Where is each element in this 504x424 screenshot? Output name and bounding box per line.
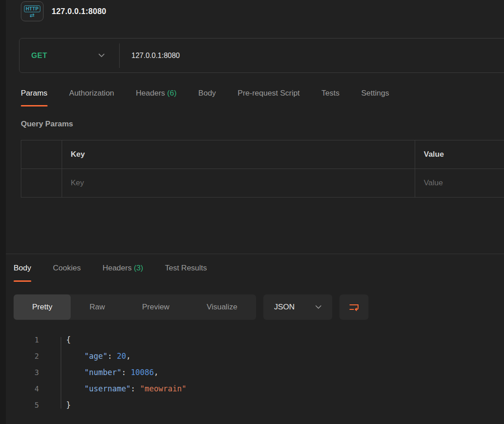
code-token: "username" [84,384,131,393]
tab-settings[interactable]: Settings [361,86,389,106]
tab-tests[interactable]: Tests [321,86,339,106]
response-tab-cookies[interactable]: Cookies [53,261,81,282]
code-token: : [107,352,116,361]
format-dropdown[interactable]: JSON [263,294,332,320]
tab-params-label: Params [21,89,48,97]
chevron-down-icon [98,53,105,58]
view-raw-button[interactable]: Raw [71,294,123,320]
request-tabs: Params Authorization Headers (6) Body Pr… [21,86,389,106]
code-token: , [126,352,131,361]
code-token: , [154,368,159,377]
line-number: 4 [14,385,39,393]
line-number: 2 [14,352,39,361]
param-value-cell [415,169,504,198]
tab-settings-label: Settings [361,89,389,97]
tab-params[interactable]: Params [21,86,48,106]
tab-headers-label: Headers [136,89,165,97]
response-tab-body[interactable]: Body [14,261,31,282]
code-line: 2 "age": 20, [14,348,494,364]
view-mode-segmented-control: Pretty Raw Preview Visualize [14,294,256,320]
code-line: 3 "number": 10086, [14,364,494,381]
response-tab-body-label: Body [14,264,31,272]
format-dropdown-label: JSON [274,303,295,312]
code-line: 5 } [14,397,494,413]
param-key-input[interactable] [71,178,415,188]
tab-pre-request-script[interactable]: Pre-request Script [237,86,300,106]
tab-authorization[interactable]: Authorization [69,86,114,106]
code-line: 1 { [14,332,494,348]
response-tabs: Body Cookies Headers (3) Test Results [14,261,207,282]
code-token: } [66,400,71,410]
chevron-down-icon [315,305,321,309]
column-header-key: Key [62,140,415,169]
code-token: : [131,384,140,393]
view-pretty-button[interactable]: Pretty [14,294,71,320]
tab-authorization-label: Authorization [69,89,114,97]
code-token: : [121,368,131,377]
line-number: 3 [14,368,39,377]
query-params-table: Key Value [21,140,504,198]
app-window: HTTP ⇄ 127.0.0.1:8080 GET Params Authori… [0,0,504,424]
code-token: "number" [84,368,121,377]
method-dropdown[interactable]: GET [19,39,119,72]
param-key-cell [62,169,415,198]
tab-pre-request-script-label: Pre-request Script [237,89,300,97]
beautify-button[interactable] [339,294,368,320]
response-body-code: 1 { 2 "age": 20, 3 "number": 10086, 4 "u… [14,332,494,413]
view-preview-button[interactable]: Preview [123,294,188,320]
response-tab-test-results[interactable]: Test Results [165,261,207,282]
code-token: 10086 [131,368,154,377]
request-header: HTTP ⇄ 127.0.0.1:8080 [21,0,107,23]
http-badge-label: HTTP [24,5,41,12]
line-number: 5 [14,401,39,410]
tab-tests-label: Tests [321,89,339,97]
param-row-select-cell [21,169,62,198]
beautify-icon [349,303,359,312]
code-token: 20 [117,352,126,361]
line-number: 1 [14,336,39,344]
http-request-icon: HTTP ⇄ [21,1,44,21]
query-params-title: Query Params [21,120,73,129]
request-title: 127.0.0.1:8080 [52,7,107,16]
response-headers-count-badge: (3) [134,264,143,272]
left-edge-panel [0,0,6,424]
code-token: "meowrain" [140,384,186,393]
code-token: { [66,335,71,344]
tab-body[interactable]: Body [199,86,216,106]
http-arrows-icon: ⇄ [30,13,35,18]
response-section-divider [0,254,504,254]
response-tab-headers[interactable]: Headers (3) [102,261,143,282]
url-input[interactable] [120,39,504,72]
response-tab-cookies-label: Cookies [53,264,81,272]
headers-count-badge: (6) [167,89,177,97]
code-token: "age" [84,352,107,361]
code-fold-guide [61,337,61,409]
param-value-input[interactable] [424,178,504,188]
method-label: GET [31,51,47,60]
column-header-value: Value [415,140,504,169]
response-toolbar: Pretty Raw Preview Visualize JSON [14,294,368,320]
param-row-select-cell [21,140,62,169]
view-visualize-button[interactable]: Visualize [188,294,256,320]
tab-body-label: Body [199,89,216,97]
code-line: 4 "username": "meowrain" [14,381,494,397]
response-tab-test-results-label: Test Results [165,264,207,272]
response-tab-headers-label: Headers [102,264,131,272]
url-bar: GET [19,38,504,73]
tab-headers[interactable]: Headers (6) [136,86,177,106]
